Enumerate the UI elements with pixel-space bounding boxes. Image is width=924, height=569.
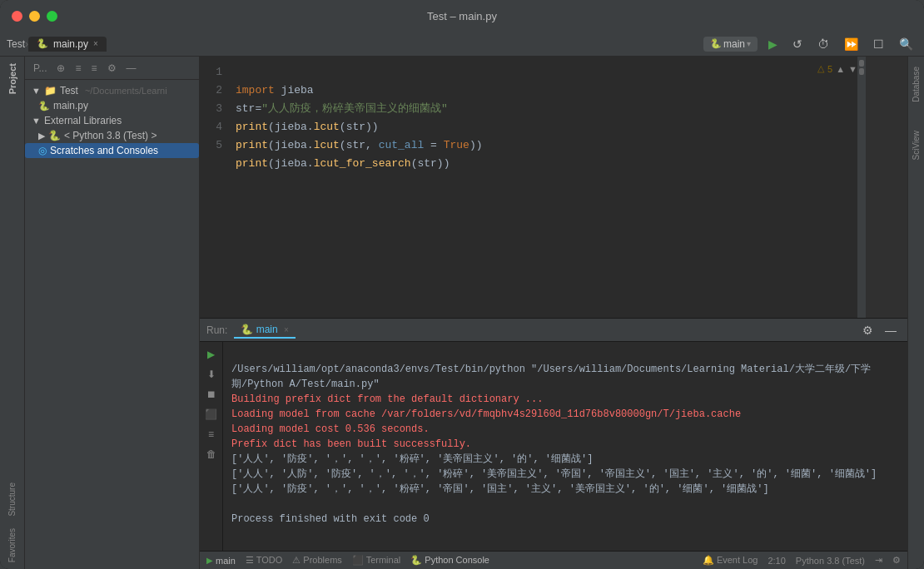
statusbar-right: 🔔 Event Log 2:10 Python 3.8 (Test) ⇥ ⚙ [703,555,901,566]
run-config-dropdown[interactable]: 🐍 main ▾ [703,37,758,52]
status-run-label: main [216,556,236,566]
code-jieba: jieba [275,84,314,96]
code-print2: print [236,139,268,151]
line-num-3: 3 [200,100,222,118]
scrollbar-mark-1 [859,60,864,67]
profile-button[interactable]: ⏩ [840,36,862,52]
tree-item-ext-libs[interactable]: ▼ External Libraries [25,113,199,128]
editor-scrollbar[interactable] [857,57,866,318]
scratches-icon: ◎ [38,145,47,156]
term-line-cmd: /Users/william/opt/anaconda3/envs/Test/b… [231,364,871,390]
close-button[interactable] [12,11,22,22]
run-panel-content: ▶ ⬇ ⏹ ⬛ ≡ 🗑 /Users/william/opt/anaconda3… [200,342,907,551]
minimize-button[interactable] [29,11,40,22]
window-title: Test – main.py [427,10,497,22]
run-label: Run: [206,324,227,336]
run-panel-settings[interactable]: ⚙ [858,322,877,339]
project-tab[interactable]: Project [6,60,19,97]
timer-button[interactable]: ⏱ [813,36,833,52]
status-python-version[interactable]: Python 3.8 (Test) [796,556,865,566]
window-controls[interactable] [12,11,57,22]
run-tab-close[interactable]: × [284,325,289,334]
tree-item-python38[interactable]: ▶ 🐍 < Python 3.8 (Test) > [25,128,199,143]
status-position[interactable]: 2:10 [768,556,785,566]
run-menu-btn[interactable]: ≡ [202,425,221,443]
warning-up[interactable]: ▲ [836,64,845,74]
status-python-console[interactable]: 🐍 Python Console [410,555,489,566]
status-todo[interactable]: ☰ TODO [246,555,282,566]
tree-item-scratches[interactable]: ◎ Scratches and Consoles [25,143,199,158]
maximize-button[interactable] [47,11,57,22]
code-lcut1fn: lcut [314,121,340,133]
status-run-button[interactable]: ▶ main [206,556,236,566]
search-toolbar-button[interactable]: 🔍 [895,36,917,52]
code-lcut2fn: lcut [314,139,340,151]
code-lcut2b: = [424,139,443,151]
status-terminal[interactable]: ⬛ Terminal [352,555,400,566]
run-button[interactable]: ▶ [764,36,782,52]
tab-close-button[interactable]: × [93,39,98,48]
run-trash-btn[interactable]: 🗑 [202,445,221,463]
status-event-log[interactable]: 🔔 Event Log [703,555,758,566]
minimap [866,57,907,318]
warning-down[interactable]: ▼ [848,64,857,74]
line-num-1: 1 [200,63,222,82]
run-play-btn[interactable]: ▶ [202,345,221,364]
code-lcut2c: )) [469,139,483,151]
structure-tab[interactable]: Structure [6,479,18,520]
term-line-1: Building prefix dict from the default di… [231,393,543,405]
tab-label: main.py [53,38,88,50]
sciview-tab[interactable]: SciView [910,127,922,163]
folder-arrow-icon: ▼ [32,86,41,96]
run-stop2-btn[interactable]: ⬛ [202,405,221,423]
toolbar-right: 🐍 main ▾ ▶ ↺ ⏱ ⏩ ☐ 🔍 [703,36,917,52]
statusbar-left: ▶ main ☰ TODO ⚠ Problems ⬛ Terminal 🐍 Py… [206,555,489,566]
sidebar-btn-folder[interactable]: P... [30,61,50,76]
code-lcut1: (jieba. [268,121,314,133]
database-tab[interactable]: Database [910,63,922,106]
sidebar-btn-add[interactable]: ⊕ [53,61,68,76]
reload-button[interactable]: ↺ [788,36,807,52]
sidebar-btn-collapse[interactable]: — [123,61,140,76]
editor-plus-run: 1 2 3 4 5 import jieba str="人人防疫，粉碎美帝国主义… [200,57,907,569]
kw-import: import [236,84,275,96]
sidebar-btn-list2[interactable]: ≡ [87,61,100,76]
titlebar: Test – main.py [0,0,924,32]
run-panel-header: Run: 🐍 main × ⚙ — [200,319,907,342]
run-panel-controls: ⚙ — [858,322,901,339]
activity-bar: Project Structure Favorites [0,57,25,569]
status-settings-icon[interactable]: ⚙ [892,555,901,566]
code-true: True [444,139,469,151]
code-print3: print [236,157,268,170]
term-line-7: ['人人', '防疫', '，', '，', '粉碎', '帝国', '国主',… [231,483,769,495]
tree-item-main-py[interactable]: 🐍 main.py [25,98,199,113]
folder-path: ~/Documents/Learni [85,86,167,96]
sidebar-btn-list1[interactable]: ≡ [72,61,84,76]
code-lcut3: (jieba. [268,157,314,170]
right-panel-tabs: Database SciView [907,57,924,569]
run-tab-main[interactable]: 🐍 main × [234,322,296,339]
favorites-tab[interactable]: Favorites [6,525,18,566]
run-panel-close[interactable]: — [881,322,901,339]
editor-area: 1 2 3 4 5 import jieba str="人人防疫，粉碎美帝国主义… [200,57,907,318]
code-editor[interactable]: import jieba str="人人防疫，粉碎美帝国主义的细菌战" prin… [229,57,857,318]
ext-libs-label: External Libraries [44,115,122,126]
tab-main-py[interactable]: 🐍 main.py × [28,37,107,52]
sidebar-btn-settings[interactable]: ⚙ [104,61,120,76]
status-problems[interactable]: ⚠ Problems [292,555,342,566]
breadcrumb-test[interactable]: Test [7,38,25,50]
python38-label: < Python 3.8 (Test) > [64,130,156,141]
folder-icon: 📁 [44,85,57,96]
run-tab-icon: 🐍 [241,324,253,335]
tree-item-test-folder[interactable]: ▼ 📁 Test ~/Documents/Learni [25,83,199,98]
python-icon: 🐍 [48,130,61,141]
code-lcut1args: (str)) [340,121,379,133]
ext-libs-arrow: ▼ [32,116,41,126]
code-lcut3args: (str)) [411,157,450,170]
run-down-btn[interactable]: ⬇ [202,365,221,383]
run-stop-btn[interactable]: ⏹ [202,385,221,403]
term-line-6: ['人人', '人防', '防疫', '，', '，', '粉碎', '美帝国主… [231,468,877,480]
run-panel: Run: 🐍 main × ⚙ — ▶ [200,318,907,551]
code-cutall: cut_all [379,139,425,151]
stop-button[interactable]: ☐ [869,36,888,52]
